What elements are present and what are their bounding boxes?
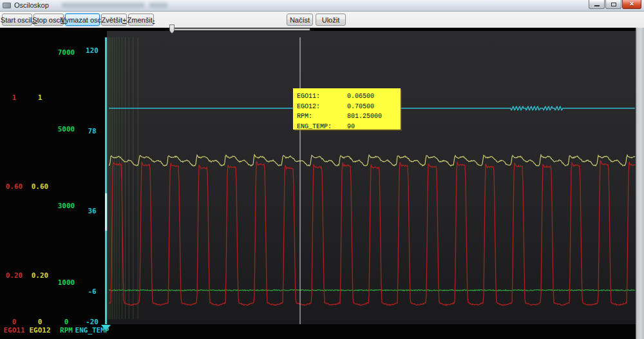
toolbar: Start oscil.Stop oscil.Vymazat oscilZvět… — [0, 12, 644, 28]
start-oscil-label-text: Start oscil. — [1, 16, 33, 24]
axis-ego11-tick: 0.60 — [6, 182, 23, 191]
nacist-label: Načíst — [290, 16, 310, 24]
zmensit-label-text: Zmenšit — [128, 16, 153, 24]
tooltip-label: EGO12: — [297, 103, 320, 110]
axis-ego11-tick: 0 — [12, 318, 17, 326]
axis-eng-temp-tick: -20 — [86, 318, 99, 326]
axis-rpm-tick: 3000 — [58, 202, 75, 210]
minimize-icon — [594, 5, 600, 6]
axis-eng-temp-tick: 78 — [88, 127, 96, 135]
axis-eng-temp-tick: 120 — [86, 46, 99, 55]
stop-oscil-label-underline: S — [32, 16, 37, 24]
axis-ego11-tick: 1 — [12, 93, 17, 102]
axis-ego12-tick: 1 — [38, 93, 43, 102]
nacist-button[interactable]: Načíst — [287, 14, 313, 26]
close-icon: ✕ — [629, 1, 634, 7]
tooltip-label: EGO11: — [297, 93, 320, 100]
window-right-border — [636, 11, 644, 339]
oscilloscope-window: 10.600.200EGO1110.600.200EGO127000500030… — [0, 0, 644, 339]
axis-ego12-tick: 0 — [38, 318, 43, 326]
tooltip-row: ENG_TEMP:90 — [297, 122, 401, 132]
ulozit-label: Uložit — [322, 16, 340, 24]
window-controls: ✕ — [588, 0, 641, 10]
axis-rpm-tick: 0 — [64, 318, 69, 326]
ulozit-button[interactable]: Uložit — [316, 14, 346, 26]
vymazat-oscil-label-text: ymazat oscil — [65, 16, 104, 24]
maximize-icon — [611, 3, 616, 6]
zmensit-label-underline: - — [153, 16, 155, 24]
tooltip-label: RPM: — [297, 113, 312, 120]
window-title: Osciloskop — [14, 1, 49, 9]
axis-rpm-tick: 1000 — [58, 278, 75, 287]
tooltip-value: 0.06500 — [347, 92, 374, 102]
start-oscil-button[interactable]: Start oscil. — [2, 14, 32, 26]
axis-rpm-tick: 5000 — [58, 125, 75, 133]
tooltip-value: 0.70500 — [347, 102, 374, 112]
close-button[interactable]: ✕ — [622, 0, 641, 9]
oscilloscope-client-area: 10.600.200EGO1110.600.200EGO127000500030… — [0, 0, 644, 339]
vymazat-oscil-button[interactable]: Vymazat oscil — [65, 14, 100, 26]
cursor-readout-tooltip: EGO11:0.06500EGO12:0.70500RPM:801.25000E… — [293, 88, 401, 130]
titlebar: Osciloskop ✕ — [0, 0, 644, 12]
zvetsit-label-text: Zvětšit — [102, 16, 122, 24]
background-window-ghost-text — [149, 3, 167, 8]
axis-rpm-tick: 7000 — [58, 48, 75, 57]
tooltip-row: RPM:801.25000 — [297, 111, 401, 122]
zoom-slider-track[interactable] — [171, 28, 310, 30]
tooltip-value: 801.25000 — [347, 111, 382, 122]
axis-ego11-name: EGO11 — [3, 326, 24, 334]
tooltip-label: ENG_TEMP: — [297, 123, 332, 130]
zmensit-button[interactable]: Zmenšit - — [128, 14, 154, 26]
axis-rpm-name: RPM — [60, 326, 73, 334]
axis-ego11-tick: 0.20 — [6, 271, 23, 280]
axis-ego12-tick: 0.60 — [32, 182, 49, 191]
axis-ego12-tick: 0.20 — [32, 271, 49, 280]
vymazat-oscil-label-underline: V — [61, 16, 65, 24]
tooltip-value: 90 — [347, 122, 355, 132]
axis-eng-temp-tick: -6 — [88, 287, 96, 296]
minimize-button[interactable] — [589, 0, 605, 9]
axis-eng-temp-tick: 36 — [88, 207, 96, 215]
zvetsit-label-underline: + — [122, 16, 126, 24]
stop-oscil-button[interactable]: Stop oscil. — [33, 14, 64, 26]
axis-ego12-name: EGO12 — [29, 326, 50, 334]
app-icon — [3, 3, 11, 8]
maximize-button[interactable] — [605, 0, 621, 9]
axis-eng-temp-name: ENG_TEMP — [75, 326, 109, 334]
plot-area[interactable] — [107, 31, 636, 324]
background-window-ghost-text — [62, 3, 144, 8]
zvetsit-button[interactable]: Zvětšit + — [101, 14, 127, 26]
tooltip-row: EGO12:0.70500 — [297, 102, 401, 112]
tooltip-row: EGO11:0.06500 — [297, 92, 401, 102]
